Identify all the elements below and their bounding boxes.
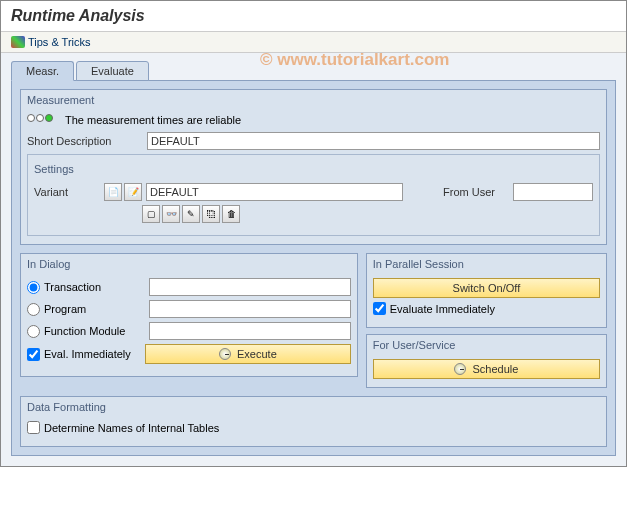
tab-measr[interactable]: Measr. <box>11 61 74 81</box>
variant-input[interactable] <box>146 183 403 201</box>
radio-program[interactable] <box>27 303 40 316</box>
tips-icon <box>11 36 25 48</box>
label-transaction: Transaction <box>44 281 149 293</box>
from-user-label: From User <box>443 186 513 198</box>
execute-label: Execute <box>237 348 277 360</box>
clock-icon <box>454 363 466 375</box>
group-title-user-service: For User/Service <box>373 335 600 355</box>
tab-strip: Measr. Evaluate <box>11 61 616 81</box>
schedule-label: Schedule <box>472 363 518 375</box>
tab-body: Measurement The measurement times are re… <box>11 80 616 456</box>
group-user-service: For User/Service Schedule <box>366 334 607 388</box>
display-icon[interactable]: 👓 <box>162 205 180 223</box>
status-row: The measurement times are reliable <box>27 114 600 126</box>
group-title-measurement: Measurement <box>27 90 600 110</box>
check-eval-immediately-parallel[interactable] <box>373 302 386 315</box>
from-user-input[interactable] <box>513 183 593 201</box>
radio-function-module[interactable] <box>27 325 40 338</box>
clock-icon <box>219 348 231 360</box>
page-title: Runtime Analysis <box>1 1 626 32</box>
group-measurement: Measurement The measurement times are re… <box>20 89 607 245</box>
check-eval-immediately[interactable] <box>27 348 40 361</box>
group-data-formatting: Data Formatting Determine Names of Inter… <box>20 396 607 447</box>
group-title-parallel: In Parallel Session <box>373 254 600 274</box>
toolbar: Tips & Tricks <box>1 32 626 53</box>
label-determine-names: Determine Names of Internal Tables <box>44 422 219 434</box>
short-desc-label: Short Description <box>27 135 147 147</box>
variant-label: Variant <box>34 186 104 198</box>
status-text: The measurement times are reliable <box>65 114 241 126</box>
variant-change-icon[interactable]: 📝 <box>124 183 142 201</box>
switch-label: Switch On/Off <box>453 282 521 294</box>
check-determine-names[interactable] <box>27 421 40 434</box>
execute-button[interactable]: Execute <box>145 344 351 364</box>
label-eval-immediately-parallel: Evaluate Immediately <box>390 303 495 315</box>
input-transaction[interactable] <box>149 278 351 296</box>
group-in-dialog: In Dialog Transaction Program <box>20 253 358 377</box>
edit-icon[interactable]: ✎ <box>182 205 200 223</box>
switch-onoff-button[interactable]: Switch On/Off <box>373 278 600 298</box>
tab-evaluate[interactable]: Evaluate <box>76 61 149 81</box>
delete-icon[interactable]: 🗑 <box>222 205 240 223</box>
input-program[interactable] <box>149 300 351 318</box>
group-parallel-session: In Parallel Session Switch On/Off Evalua… <box>366 253 607 328</box>
group-settings: Settings Variant 📄 📝 From User <box>27 154 600 236</box>
schedule-button[interactable]: Schedule <box>373 359 600 379</box>
label-function-module: Function Module <box>44 325 149 337</box>
label-program: Program <box>44 303 149 315</box>
tab-area: Measr. Evaluate Measurement The measurem… <box>1 53 626 466</box>
copy-icon[interactable]: ⿻ <box>202 205 220 223</box>
label-eval-immediately: Eval. Immediately <box>44 348 145 360</box>
traffic-light-icon <box>27 114 57 126</box>
group-title-settings: Settings <box>34 159 593 179</box>
short-desc-input[interactable] <box>147 132 600 150</box>
create-icon[interactable]: ▢ <box>142 205 160 223</box>
variant-display-icon[interactable]: 📄 <box>104 183 122 201</box>
input-function-module[interactable] <box>149 322 351 340</box>
group-title-dialog: In Dialog <box>27 254 351 274</box>
group-title-formatting: Data Formatting <box>27 397 600 417</box>
radio-transaction[interactable] <box>27 281 40 294</box>
tips-tricks-link[interactable]: Tips & Tricks <box>28 36 91 48</box>
